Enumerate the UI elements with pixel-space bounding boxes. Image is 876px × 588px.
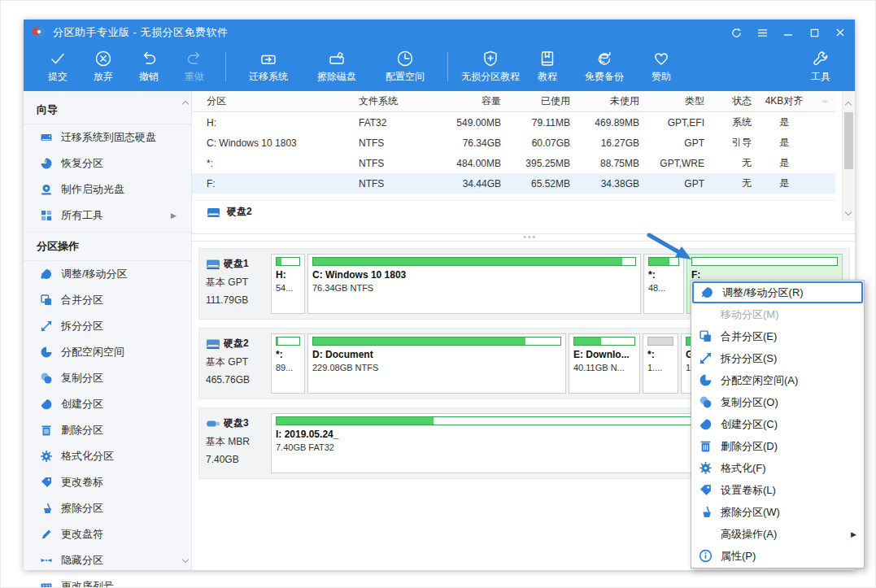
undo-icon bbox=[139, 49, 159, 68]
col-4k-align[interactable]: 4KB对齐 bbox=[755, 94, 813, 108]
migrate-system-button[interactable]: 迁移系统 bbox=[234, 46, 303, 88]
sidebar-item-wipe[interactable]: 擦除分区 bbox=[24, 495, 191, 521]
sidebar-item-delete[interactable]: 删除分区 bbox=[24, 417, 191, 443]
redo-button[interactable]: 重做 bbox=[172, 46, 217, 88]
col-used[interactable]: 已使用 bbox=[501, 94, 570, 108]
minimize-icon[interactable] bbox=[782, 28, 795, 37]
lossless-tutorial-button[interactable]: 无损分区教程 bbox=[456, 46, 525, 88]
menu-item-label: 设置卷标(L) bbox=[721, 483, 776, 498]
sidebar-item-label: 删除分区 bbox=[61, 423, 103, 438]
menu-item-create[interactable]: 创建分区(C) bbox=[692, 413, 863, 435]
col-partition[interactable]: 分区 bbox=[192, 94, 359, 108]
col-capacity[interactable]: 容量 bbox=[428, 94, 501, 108]
sidebar-item-change-label[interactable]: 更改卷标 bbox=[24, 469, 191, 495]
menu-icon[interactable] bbox=[756, 28, 769, 37]
partition-label: H: bbox=[276, 269, 300, 281]
menu-item-delete[interactable]: 删除分区(D) bbox=[692, 435, 863, 457]
table-scrollbar[interactable] bbox=[842, 91, 855, 221]
sidebar-item-label: 更改盘符 bbox=[61, 527, 103, 542]
partition-sub: 89... bbox=[276, 363, 300, 372]
sidebar-item-migrate-ssd[interactable]: 迁移系统到固态硬盘 bbox=[24, 124, 191, 150]
partition-block-star2[interactable]: *: 89... bbox=[271, 333, 305, 394]
allocate-space-button[interactable]: 配置空间 bbox=[371, 46, 439, 88]
book-icon bbox=[538, 49, 557, 68]
menu-item-move[interactable]: 移动分区(M) bbox=[692, 303, 863, 325]
wipe-disk-button[interactable]: 擦除磁盘 bbox=[303, 46, 371, 88]
sidebar-item-create[interactable]: 创建分区 bbox=[24, 391, 191, 417]
sidebar-item-recover-partition[interactable]: 恢复分区 bbox=[24, 150, 191, 176]
col-status[interactable]: 状态 bbox=[704, 94, 755, 108]
sidebar-scroll-up[interactable] bbox=[183, 99, 188, 108]
sponsor-button[interactable]: 赞助 bbox=[638, 46, 684, 88]
undo-button[interactable]: 撤销 bbox=[126, 46, 172, 88]
disk3-info[interactable]: 硬盘3 基本 MBR 7.40GB bbox=[206, 413, 264, 473]
scroll-down-icon[interactable] bbox=[846, 203, 851, 218]
menu-item-set-label[interactable]: 设置卷标(L) bbox=[692, 479, 863, 501]
table-row[interactable]: C: Windows 10 1803 NTFS 76.34GB 60.07GB … bbox=[192, 133, 835, 153]
cell-status: 引导 bbox=[704, 136, 755, 150]
pie-icon bbox=[40, 346, 53, 359]
panel-splitter[interactable]: ••• bbox=[192, 234, 855, 242]
partition-block-c[interactable]: C: Windows 10 1803 76.34GB NTFS bbox=[307, 254, 641, 314]
menu-item-merge[interactable]: 合并分区(E) bbox=[692, 325, 863, 347]
sidebar-item-all-tools[interactable]: 所有工具 ▶ bbox=[24, 203, 191, 229]
table-row[interactable]: *: NTFS 484.00MB 395.25MB 88.75MB GPT,WR… bbox=[192, 153, 835, 173]
partition-block-h[interactable]: H: 54... bbox=[271, 254, 305, 314]
close-icon[interactable] bbox=[834, 28, 847, 37]
scroll-up-icon[interactable] bbox=[846, 96, 851, 111]
col-unused[interactable]: 未使用 bbox=[570, 94, 639, 108]
discard-button[interactable]: 放弃 bbox=[81, 46, 126, 88]
menu-item-format[interactable]: 格式化(F) bbox=[692, 457, 863, 479]
partition-sub: 229.08GB NTFS bbox=[312, 363, 561, 372]
partition-block-star1[interactable]: *: 48... bbox=[643, 254, 684, 314]
free-backup-button[interactable]: 免费备份 bbox=[570, 46, 638, 88]
cell-capacity: 34.44GB bbox=[428, 178, 501, 189]
menu-item-wipe[interactable]: 擦除分区(W) bbox=[692, 501, 863, 523]
sidebar-item-change-letter[interactable]: 更改盘符 bbox=[24, 521, 191, 547]
sidebar-scroll-down[interactable] bbox=[183, 555, 188, 564]
sidebar-item-label: 拆分分区 bbox=[61, 319, 103, 333]
sidebar-item-merge[interactable]: 合并分区 bbox=[24, 287, 191, 313]
tools-button[interactable]: 工具 bbox=[798, 46, 843, 88]
table-row[interactable]: H: FAT32 549.00MB 79.11MB 469.89MB GPT,E… bbox=[192, 112, 835, 133]
scrollbar-thumb[interactable] bbox=[844, 112, 853, 169]
sidebar-item-resize-move[interactable]: 调整/移动分区 bbox=[24, 261, 191, 287]
commit-button[interactable]: 提交 bbox=[35, 46, 81, 88]
allocate-space-label: 配置空间 bbox=[386, 70, 425, 84]
disk2-info[interactable]: 硬盘2 基本 GPT 465.76GB bbox=[206, 333, 264, 394]
menu-item-properties[interactable]: 属性(P) bbox=[692, 545, 863, 567]
sidebar-item-hide[interactable]: 隐藏分区 bbox=[24, 547, 191, 573]
table-group-row-disk2[interactable]: 硬盘2 bbox=[192, 200, 835, 223]
column-settings-icon[interactable]: ▫▫ bbox=[813, 97, 835, 106]
recover-pie-icon bbox=[40, 157, 53, 170]
table-row-selected[interactable]: F: NTFS 34.44GB 65.52MB 34.38GB GPT 无 是 bbox=[192, 173, 835, 194]
partition-block-e[interactable]: E: Downlo... 40.11GB N... bbox=[569, 333, 640, 394]
sidebar-item-copy[interactable]: 复制分区 bbox=[24, 365, 191, 391]
sidebar-item-split[interactable]: 拆分分区 bbox=[24, 313, 191, 339]
usage-bar bbox=[276, 257, 300, 266]
disk1-info[interactable]: 硬盘1 基本 GPT 111.79GB bbox=[206, 254, 264, 314]
sidebar-item-allocate-free[interactable]: 分配空闲空间 bbox=[24, 339, 191, 365]
col-filesystem[interactable]: 文件系统 bbox=[359, 94, 428, 108]
disk-name: 硬盘1 bbox=[224, 257, 249, 271]
partition-block-star3[interactable]: *: 1.... bbox=[643, 333, 678, 394]
menu-item-resize-move[interactable]: 调整/移动分区(R) bbox=[692, 281, 863, 303]
gear-icon bbox=[699, 461, 713, 475]
cell-used: 79.11MB bbox=[501, 117, 570, 128]
app-window: 分区助手专业版 - 无损分区免费软件 提交 放弃 bbox=[24, 20, 855, 570]
table-header[interactable]: 分区 文件系统 容量 已使用 未使用 类型 状态 4KB对齐 ▫▫ bbox=[192, 91, 835, 112]
sidebar-item-format[interactable]: 格式化分区 bbox=[24, 443, 191, 469]
menu-item-allocate-free[interactable]: 分配空闲空间(A) bbox=[692, 369, 863, 391]
pencil-icon bbox=[40, 528, 53, 541]
sidebar-item-serial[interactable]: 123 更改序列号 bbox=[24, 573, 191, 588]
menu-item-advanced[interactable]: 高级操作(A) ▶ bbox=[692, 523, 863, 545]
menu-item-copy[interactable]: 复制分区(O) bbox=[692, 391, 863, 413]
tutorial-button[interactable]: 教程 bbox=[525, 46, 570, 88]
tag-icon bbox=[40, 476, 53, 489]
partition-block-d[interactable]: D: Document 229.08GB NTFS bbox=[307, 333, 566, 394]
col-type[interactable]: 类型 bbox=[639, 94, 704, 108]
sidebar-item-bootable-media[interactable]: 制作启动光盘 bbox=[24, 176, 191, 203]
menu-item-split[interactable]: 拆分分区(S) bbox=[692, 347, 863, 369]
refresh-icon[interactable] bbox=[730, 28, 743, 38]
maximize-icon[interactable] bbox=[808, 28, 821, 37]
